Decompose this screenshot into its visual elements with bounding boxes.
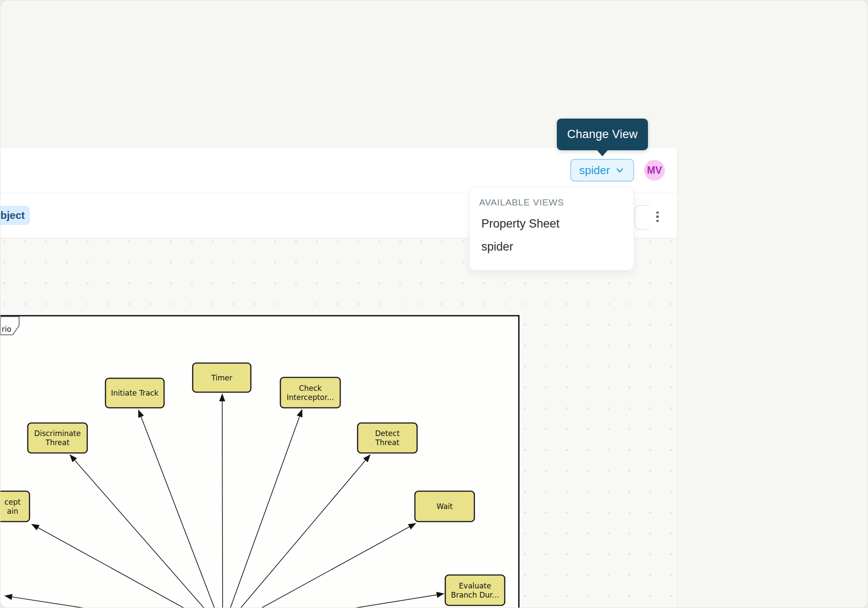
node-label: Branch Dur...	[451, 591, 499, 599]
node-label: Evaluate	[459, 582, 491, 590]
node-label: ain	[7, 507, 18, 515]
node-discriminate-threat[interactable]: DiscriminateThreat	[28, 423, 87, 453]
view-option-property-sheet[interactable]: Property Sheet	[481, 217, 634, 231]
node-timer[interactable]: Timer	[193, 363, 251, 392]
view-switcher-button[interactable]: spider	[570, 159, 634, 182]
spider-edge	[222, 394, 223, 608]
node-label: Threat	[375, 438, 400, 447]
node-label: Discriminate	[34, 429, 81, 438]
node-check-interceptor[interactable]: CheckInterceptor...	[280, 377, 340, 408]
node-label: Interceptor...	[287, 393, 334, 402]
node-label: Check	[299, 384, 322, 393]
node-label: Wait	[437, 502, 453, 511]
node-initiate-track[interactable]: Initiate Track	[105, 378, 164, 408]
node-evaluate-branch-dur[interactable]: EvaluateBranch Dur...	[445, 575, 505, 605]
view-option-spider[interactable]: spider	[481, 240, 634, 254]
chevron-down-icon	[615, 165, 625, 175]
tooltip-arrow	[596, 149, 608, 156]
node-detect-threat[interactable]: DetectThreat	[358, 423, 417, 453]
node-label: Initiate Track	[111, 389, 158, 397]
frame-interior	[0, 316, 519, 608]
change-view-tooltip: Change View	[557, 119, 648, 150]
node-intercept-chain-clipped[interactable]: ceptain	[0, 491, 30, 522]
frame-label-text: rio	[2, 325, 11, 334]
screenshot-root: TimerInitiate TrackCheckInterceptor...De…	[0, 0, 868, 608]
partially-hidden-button[interactable]	[635, 205, 649, 230]
node-wait[interactable]: Wait	[415, 491, 474, 522]
scenario-diagram: TimerInitiate TrackCheckInterceptor...De…	[0, 238, 677, 608]
node-label: Timer	[211, 373, 233, 382]
view-switcher-label: spider	[579, 164, 610, 177]
kebab-menu-icon[interactable]	[651, 208, 664, 225]
available-views-dropdown: AVAILABLE VIEWS Property Sheet spider	[469, 187, 634, 271]
node-label: Detect	[375, 429, 400, 438]
node-label: cept	[4, 498, 21, 506]
available-views-heading: AVAILABLE VIEWS	[479, 197, 634, 208]
node-label: Threat	[45, 438, 70, 447]
user-avatar[interactable]: MV	[644, 160, 665, 181]
object-badge-clipped[interactable]: bject	[0, 206, 30, 225]
